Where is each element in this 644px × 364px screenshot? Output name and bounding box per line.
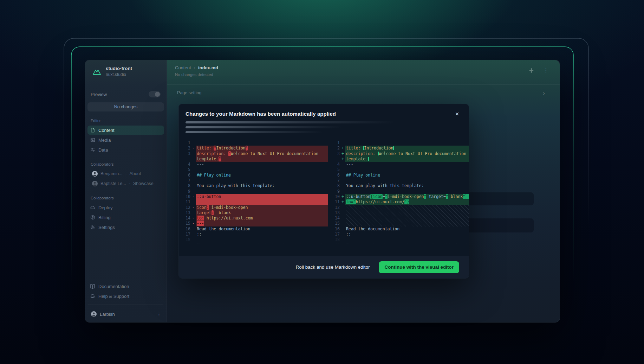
- no-changes-button[interactable]: No changes: [87, 102, 164, 111]
- diff-line: 5: [333, 167, 469, 172]
- separator-dot: ·: [129, 181, 130, 186]
- diff-marker: [191, 173, 196, 178]
- kebab-icon[interactable]: ⋮: [157, 312, 161, 317]
- sidebar-item-documentation[interactable]: Documentation: [87, 282, 164, 291]
- changes-status: No changes detected: [175, 72, 218, 77]
- avatar: [91, 311, 97, 317]
- line-number: 1: [333, 140, 340, 146]
- diff-marker: [340, 183, 345, 189]
- diff-marker: -: [191, 221, 196, 226]
- diff-line: 3+description: Welcome to Nuxt UI Pro do…: [333, 151, 469, 157]
- section-label-project: Collaborators: [87, 196, 164, 200]
- sidebar-item-data[interactable]: Data: [87, 145, 164, 154]
- collaborator-page: Showcase: [133, 181, 154, 186]
- diff-code: template.": [196, 157, 328, 162]
- diff-marker: -: [191, 205, 196, 210]
- diff-code: ---: [196, 162, 328, 167]
- sidebar-item-settings[interactable]: Settings: [87, 223, 164, 232]
- line-number: 16: [184, 226, 191, 232]
- preview-toggle[interactable]: [149, 91, 161, 97]
- line-number: 13: [184, 210, 191, 216]
- sidebar-item-billing[interactable]: Billing: [87, 213, 164, 222]
- line-number: 19: [184, 243, 191, 245]
- diff-code: ---: [196, 221, 328, 226]
- line-number: 11: [333, 199, 340, 205]
- line-number: 15: [333, 221, 340, 226]
- line-number: 9: [184, 189, 191, 194]
- line-number: 2: [184, 146, 191, 151]
- line-number: 4: [184, 162, 191, 167]
- diff-code: ---: [196, 199, 328, 205]
- page-setting-label: Page setting: [177, 90, 202, 95]
- diff-line: +template.: [333, 157, 469, 162]
- image-icon: [90, 138, 95, 143]
- diff-code: You can play with this template:: [345, 183, 469, 189]
- diff-line: 1---: [333, 140, 469, 146]
- diff-code: You can play with this template:: [196, 183, 328, 189]
- collaborator-row[interactable]: Baptiste Le...·Showcase: [87, 179, 164, 188]
- breadcrumb-file[interactable]: index.md: [198, 65, 218, 70]
- diff-code: ::: [345, 232, 469, 237]
- diff-line: 17::: [184, 232, 328, 237]
- diff-code: ::u-button: [196, 194, 328, 199]
- line-number: 18: [333, 237, 340, 242]
- rollback-button[interactable]: Roll back and use Markdown editor: [296, 264, 370, 270]
- breadcrumb: Content › index.md: [175, 65, 218, 70]
- collapse-vertical-icon[interactable]: [528, 67, 534, 74]
- nuxt-logo-icon: [92, 66, 102, 77]
- blurred-description: [186, 121, 462, 133]
- collaborator-row[interactable]: Benjamin...·About: [87, 169, 164, 178]
- diff-code: to: https://ui.nuxt.com: [196, 216, 328, 221]
- line-number: 10: [333, 194, 340, 199]
- page-setting-row[interactable]: Page setting ›: [167, 85, 560, 101]
- line-number: [333, 157, 340, 162]
- sidebar-item-content[interactable]: Content: [87, 126, 164, 135]
- diff-code: ---: [345, 140, 469, 146]
- sidebar-item-media[interactable]: Media: [87, 135, 164, 145]
- diff-line: 16Read the documentation: [184, 226, 328, 232]
- sidebar-item-label: Billing: [98, 215, 111, 220]
- diff-line: 7: [184, 178, 328, 183]
- diff-marker: [191, 140, 196, 146]
- line-number: 5: [184, 167, 191, 172]
- diff-line: -template.": [184, 157, 328, 162]
- line-number: 9: [333, 189, 340, 194]
- section-label-collaborators: Collaborators: [87, 162, 164, 166]
- diff-code: ::: [196, 232, 328, 237]
- diff-marker: [191, 183, 196, 189]
- diff-marker: -: [191, 151, 196, 157]
- separator-dot: ·: [125, 171, 127, 176]
- user-row[interactable]: Larbish ⋮: [87, 308, 164, 320]
- diff-line: 18: [333, 237, 469, 242]
- divider: [88, 305, 163, 305]
- section-label-editor: Editor: [87, 119, 164, 123]
- close-icon[interactable]: ×: [453, 110, 461, 118]
- document-icon: [90, 128, 95, 133]
- diff-line: 10-::u-button: [184, 194, 328, 199]
- sidebar-item-label: Documentation: [98, 284, 129, 289]
- diff-line: 2-title: "Introduction": [184, 146, 328, 151]
- line-number: 3: [184, 151, 191, 157]
- diff-code: to="https://ui.nuxt.com/"}: [345, 199, 469, 205]
- sidebar-item-help-support[interactable]: Help & Support: [87, 292, 164, 301]
- project-header[interactable]: studio-front nuxt.studio: [87, 65, 164, 77]
- continue-visual-editor-button[interactable]: Continue with the visual editor: [379, 261, 459, 273]
- diff-marker: [191, 237, 196, 242]
- line-number: 1: [184, 140, 191, 146]
- diff-code: [345, 167, 469, 172]
- diff-marker: -: [191, 157, 196, 162]
- diff-line: 17::: [333, 232, 469, 237]
- chevron-right-icon: ›: [194, 65, 195, 70]
- sidebar: studio-front nuxt.studio Preview No chan…: [85, 60, 167, 322]
- empty-lines-hatch: [346, 205, 469, 226]
- diff-line: 18: [184, 237, 328, 242]
- diff-line: 8You can play with this template:: [184, 183, 328, 189]
- content-header: Content › index.md No changes detected ⋮: [167, 60, 560, 85]
- breadcrumb-section[interactable]: Content: [175, 65, 191, 70]
- diff-marker: [191, 226, 196, 232]
- sidebar-item-deploy[interactable]: Deploy: [87, 203, 164, 212]
- diff-code: ## Play online: [196, 173, 328, 178]
- line-number: 15: [184, 221, 191, 226]
- kebab-icon[interactable]: ⋮: [543, 67, 549, 74]
- diff-marker: [340, 210, 345, 216]
